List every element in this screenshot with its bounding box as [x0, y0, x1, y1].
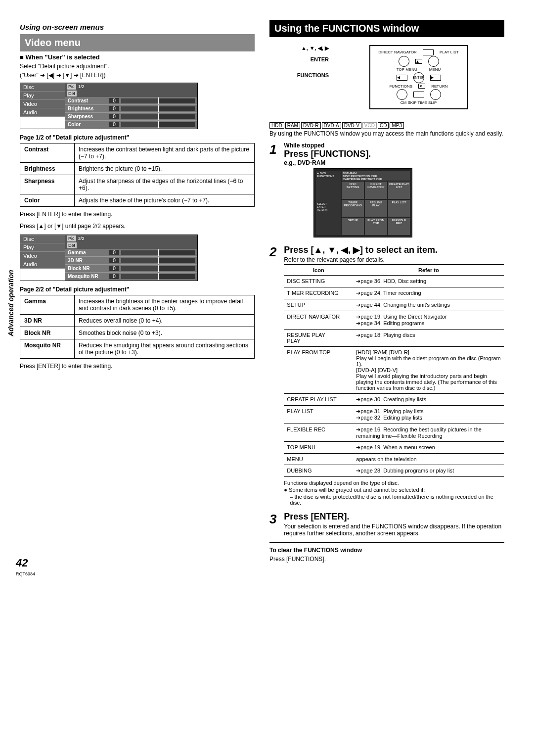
osd-pic-tag: Pic: [67, 84, 76, 90]
osd-page1: Disc Play Video Audio Pic 1/2 Det Contra…: [20, 83, 198, 129]
step-3-body: Your selection is entered and the FUNCTI…: [284, 523, 504, 537]
step-1-eg: e.g., DVD-RAM: [284, 159, 504, 166]
enter-note-2: Press [ENTER] to enter the setting.: [20, 363, 255, 370]
osd-page-ind1: 1/2: [78, 84, 85, 89]
osd-row-mosquitonr: Mosquito NR0: [65, 273, 197, 281]
spec-table-1: ContrastIncreases the contrast between l…: [20, 143, 255, 207]
video-menu-bar: Video menu: [20, 34, 255, 51]
osd-tab-play: Play: [20, 92, 65, 100]
step-2-title: Press [▲, ▼, ◀, ▶] to select an item.: [284, 244, 504, 255]
intro-text: By using the FUNCTIONS window you may ac…: [269, 130, 504, 137]
step-3-title: Press [ENTER].: [284, 512, 504, 522]
page1-caption: Page 1/2 of "Detail picture adjustment": [20, 134, 255, 141]
enter-note-1: Press [ENTER] to enter the setting.: [20, 211, 255, 218]
when-user-heading: When "User" is selected: [20, 53, 255, 61]
reference-table: IconRefer to DISC SETTING➔page 36, HDD, …: [284, 264, 504, 477]
media-tags: HDDRAMDVD-RDVD-ADVD-VVCDCDMP3: [269, 122, 504, 128]
functions-screenshot: ● DVD FUNCTIONS SELECT ENTER RETURN DVD-…: [313, 168, 412, 237]
page-nav-note: Press [▲] or [▼] until page 2/2 appears.: [20, 223, 255, 230]
remote-diagram: DIRECT NAVIGATOR PLAY LIST ▲ TOP MENU ME…: [369, 45, 468, 109]
osd-row-gamma: Gamma0: [65, 249, 197, 257]
pointer-enter-label: ENTER: [269, 56, 329, 62]
osd-row-sharpness: Sharpness0: [65, 113, 197, 121]
osd-det-tag: Det: [67, 91, 77, 96]
page-number: 42: [16, 557, 28, 569]
doc-code: RQT6984: [16, 571, 35, 576]
side-label: Advanced operation: [7, 270, 15, 336]
osd-tab-video: Video: [20, 100, 65, 108]
step-2-num: 2: [269, 244, 282, 260]
step-1-num: 1: [269, 142, 282, 157]
osd-row-brightness: Brightness0: [65, 105, 197, 113]
osd-page2: Disc Play Video Audio Pic 2/2 Det Gamma0…: [20, 235, 198, 281]
page2-caption: Page 2/2 of "Detail picture adjustment": [20, 286, 255, 293]
after-notes: Functions displayed depend on the type o…: [284, 480, 504, 506]
pointer-functions-label: FUNCTIONS: [269, 72, 329, 78]
using-menus-heading: Using on-screen menus: [20, 23, 255, 31]
osd-row-blocknr: Block NR0: [65, 265, 197, 273]
osd-tab-disc: Disc: [20, 83, 65, 92]
clear-body: Press [FUNCTIONS].: [269, 556, 504, 563]
divider: [269, 542, 504, 543]
osd-row-contrast: Contrast0: [65, 97, 197, 105]
osd-page-ind2: 2/2: [78, 236, 85, 241]
step-1-sub: While stopped: [284, 142, 504, 149]
pointer-arrows-label: ▲, ▼, ◀, ▶: [269, 45, 329, 51]
osd-row-3dnr: 3D NR0: [65, 257, 197, 265]
osd-tab-audio: Audio: [20, 108, 65, 117]
select-detail-text: Select "Detail picture adjustment".: [20, 63, 255, 70]
spec-table-2: GammaIncreases the brightness of the cen…: [20, 295, 255, 359]
step-1-title: Press [FUNCTIONS].: [284, 149, 504, 159]
step-3-num: 3: [269, 512, 282, 527]
osd-row-color: Color0: [65, 121, 197, 129]
step-2-sub: Refer to the relevant pages for details.: [284, 256, 504, 263]
functions-heading-bar: Using the FUNCTIONS window: [269, 20, 504, 37]
clear-heading: To clear the FUNCTIONS window: [269, 547, 504, 554]
nav-path: ("User" ➔ [◀] ➔ [▼] ➔ [ENTER]): [20, 72, 255, 79]
